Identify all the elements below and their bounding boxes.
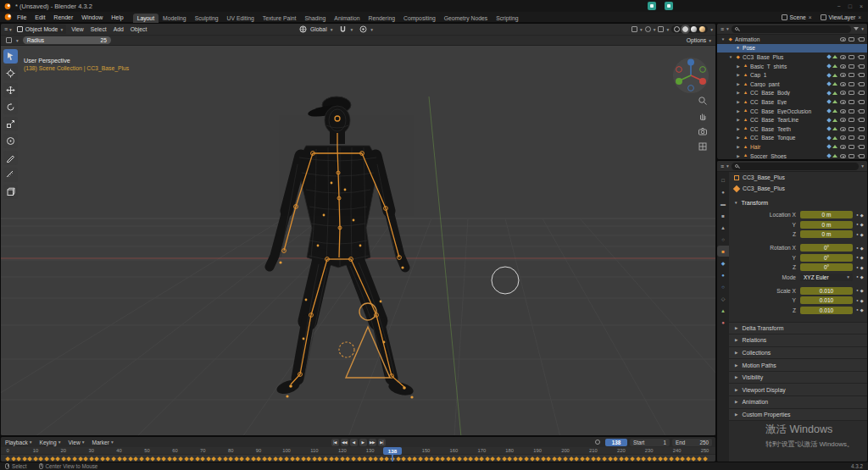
expand-arrow-icon[interactable]: ▶ — [735, 127, 742, 131]
disable-in-renders-icon[interactable] — [859, 91, 865, 95]
expand-arrow-icon[interactable]: ▼ — [727, 55, 734, 59]
keyframe-marker[interactable] — [485, 456, 490, 462]
animate-property-icon[interactable]: ● — [856, 213, 858, 218]
expand-arrow-icon[interactable]: ▶ — [735, 91, 742, 95]
keyframe-marker[interactable] — [452, 456, 457, 462]
keyframe-marker[interactable] — [530, 456, 535, 462]
properties-tab-particles[interactable]: ● — [717, 269, 729, 280]
decorator-keyframe-icon[interactable]: ◆ — [860, 232, 864, 237]
keyframe-marker[interactable] — [608, 456, 613, 462]
y-axis-handle[interactable] — [676, 78, 682, 85]
keyframe-marker[interactable] — [189, 456, 194, 462]
playhead-frame-badge[interactable]: 138 — [383, 447, 402, 455]
keyframe-marker[interactable] — [641, 456, 646, 462]
expand-arrow-icon[interactable]: ▶ — [735, 145, 742, 149]
timeline-menu-view[interactable]: View▾ — [68, 440, 84, 445]
filter-icon[interactable] — [854, 27, 859, 30]
decorator-keyframe-icon[interactable]: ◆ — [860, 255, 864, 260]
maximize-button[interactable]: □ — [849, 3, 852, 9]
expand-arrow-icon[interactable]: ▶ — [735, 154, 742, 158]
keyframe-marker[interactable] — [279, 456, 284, 462]
viewlayer-selector[interactable]: ViewLayer × — [821, 14, 861, 20]
value-field[interactable]: 0.010 — [800, 296, 853, 304]
shading-solid-icon[interactable] — [682, 26, 688, 32]
keyframe-marker[interactable] — [329, 456, 334, 462]
disable-in-viewports-icon[interactable] — [849, 127, 854, 131]
disable-in-viewports-icon[interactable] — [849, 73, 854, 77]
tool-measure-button[interactable] — [3, 168, 18, 182]
keyframe-marker[interactable] — [323, 456, 328, 462]
properties-tab-tool[interactable]: □ — [717, 174, 729, 185]
properties-tab-output[interactable]: ▬ — [717, 198, 729, 209]
active-tool-icon[interactable] — [6, 37, 12, 43]
tool-move-button[interactable] — [3, 83, 18, 97]
viewport-menu-view[interactable]: View — [68, 26, 87, 32]
keyframe-marker[interactable] — [468, 456, 473, 462]
disable-in-viewports-icon[interactable] — [849, 55, 854, 59]
keyframe-marker[interactable] — [173, 456, 178, 462]
tool-cursor-button[interactable] — [3, 66, 18, 80]
outliner-row-cap-1[interactable]: ▶▲Cap_1 — [717, 70, 867, 80]
properties-tab-view-layer[interactable]: ■ — [717, 210, 729, 221]
timeline-menu-keying[interactable]: Keying▾ — [40, 440, 61, 445]
keyframe-marker[interactable] — [94, 456, 99, 462]
hide-in-viewport-icon[interactable] — [840, 118, 846, 122]
keyframe-marker[interactable] — [128, 456, 133, 462]
outliner-row-basic-t-shirts[interactable]: ▶▲Basic_T_shirts — [717, 62, 867, 71]
play-reverse-button[interactable]: ◀ — [350, 439, 358, 446]
keyframe-marker[interactable] — [83, 456, 88, 462]
keyframe-marker[interactable] — [184, 456, 189, 462]
keyframe-marker[interactable] — [89, 456, 94, 462]
z-axis-handle[interactable] — [687, 59, 694, 66]
keyframe-marker[interactable] — [245, 456, 250, 462]
keyframe-marker[interactable] — [357, 456, 362, 462]
play-button[interactable]: ▶ — [359, 439, 367, 446]
value-field[interactable]: 0.010 — [800, 287, 853, 295]
x-axis-handle[interactable] — [699, 78, 706, 85]
keyframe-marker[interactable] — [295, 456, 300, 462]
capture-overlay-icon[interactable] — [648, 2, 656, 10]
keyframe-marker[interactable] — [139, 456, 144, 462]
keyframe-track[interactable] — [1, 454, 715, 462]
keyframe-marker[interactable] — [619, 456, 624, 462]
expand-arrow-icon[interactable]: ▶ — [735, 109, 742, 113]
disable-in-viewports-icon[interactable] — [849, 118, 854, 122]
animate-property-icon[interactable]: ● — [856, 232, 858, 237]
move-view-hand-icon[interactable] — [697, 110, 708, 121]
keyframe-marker[interactable] — [474, 456, 479, 462]
tool-rotate-button[interactable] — [3, 100, 18, 114]
keyframe-marker[interactable] — [491, 456, 496, 462]
panel-motion-paths[interactable]: ▶Motion Paths — [729, 359, 867, 372]
properties-tab-render[interactable]: ● — [717, 186, 729, 197]
disable-in-viewports-icon[interactable] — [849, 135, 854, 140]
keyframe-marker[interactable] — [67, 456, 72, 462]
tool-add-cube-button[interactable] — [3, 185, 18, 199]
value-field[interactable]: 0° — [800, 244, 853, 252]
keyframe-marker[interactable] — [385, 456, 390, 462]
toggle-ortho-icon[interactable] — [697, 141, 708, 152]
timeline-menu-playback[interactable]: Playback▾ — [5, 440, 32, 445]
menu-render[interactable]: Render — [49, 14, 77, 20]
keyframe-marker[interactable] — [27, 456, 32, 462]
keyframe-marker[interactable] — [379, 456, 384, 462]
disable-in-renders-icon[interactable] — [859, 154, 865, 158]
keyframe-marker[interactable] — [5, 456, 10, 462]
keyframe-marker[interactable] — [463, 456, 468, 462]
disable-in-renders-icon[interactable] — [859, 73, 865, 77]
animate-property-icon[interactable]: ● — [856, 307, 858, 312]
outliner-row-animation[interactable]: ▼◆Animation — [717, 35, 867, 44]
shading-rendered-icon[interactable] — [699, 26, 705, 32]
disable-in-viewports-icon[interactable] — [849, 64, 854, 69]
rotation-mode-dropdown[interactable]: XYZ Euler▾ — [800, 274, 853, 281]
end-frame-field[interactable]: End 250 — [672, 439, 712, 446]
keyframe-marker[interactable] — [340, 456, 345, 462]
minimize-button[interactable]: − — [837, 3, 841, 9]
workspace-tab-geometry-nodes[interactable]: Geometry Nodes — [440, 14, 492, 23]
keyframe-marker[interactable] — [178, 456, 183, 462]
jump-to-end-button[interactable]: ▶| — [378, 439, 386, 446]
shading-wireframe-icon[interactable] — [674, 26, 680, 32]
auto-keying-icon[interactable] — [595, 440, 600, 445]
outliner-row-cargo-pant[interactable]: ▶▲Cargo_pant — [717, 80, 867, 89]
decorator-keyframe-icon[interactable]: ◆ — [860, 298, 864, 303]
keyframe-marker[interactable] — [223, 456, 228, 462]
